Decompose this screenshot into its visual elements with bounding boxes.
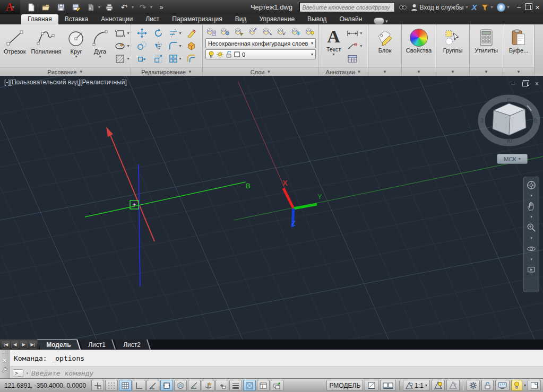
layer-unisolate-button[interactable] — [276, 27, 288, 37]
chevron-down-icon[interactable]: ▾ — [99, 55, 101, 58]
3d-object-snap-toggle[interactable] — [174, 380, 187, 391]
layer-isolate-button[interactable] — [262, 27, 274, 37]
compass-east[interactable]: В — [533, 118, 537, 124]
compass-north[interactable]: С — [507, 98, 511, 103]
utilities-button[interactable]: Утилиты — [473, 28, 499, 65]
exchange-apps-button[interactable]: X — [472, 3, 477, 12]
compass-south[interactable]: Ю — [507, 138, 512, 144]
chevron-down-icon[interactable]: ▾ — [530, 216, 532, 218]
chevron-down-icon[interactable]: ▾ — [466, 5, 468, 10]
chevron-down-icon[interactable]: ▾ — [530, 258, 532, 260]
panel-title-utilities[interactable]: ▼ — [470, 67, 503, 76]
object-snap-tracking-toggle[interactable] — [188, 380, 201, 391]
transparency-toggle[interactable] — [243, 380, 256, 391]
dimension-button[interactable] — [346, 28, 359, 39]
hatch-button[interactable] — [113, 53, 127, 65]
ribbon-minimize-button[interactable]: ▾ — [374, 18, 388, 24]
coordinates-readout[interactable]: 121.6891, -350.4000, 0.0000 — [2, 382, 90, 389]
rectangle-button[interactable] — [113, 28, 127, 39]
chevron-down-icon[interactable]: ▾ — [75, 55, 77, 58]
infer-constraints-toggle[interactable] — [91, 380, 104, 391]
tab-onlayn[interactable]: Онлайн — [333, 14, 368, 24]
chevron-down-icon[interactable]: ▾ — [132, 5, 134, 10]
viewport-close-button[interactable]: × — [535, 80, 539, 88]
command-input-placeholder[interactable]: Введите команду — [31, 369, 93, 377]
multileader-button[interactable] — [346, 40, 359, 52]
chevron-down-icon[interactable]: ▾ — [491, 5, 493, 10]
zoom-icon[interactable] — [527, 223, 536, 232]
ellipse-button[interactable] — [113, 40, 127, 52]
workspace-switching-button[interactable] — [467, 380, 480, 391]
tab-model[interactable]: Модель — [37, 339, 81, 350]
stretch-button[interactable] — [134, 54, 150, 64]
layer-properties-button[interactable] — [205, 27, 217, 37]
minimize-button[interactable]: – — [518, 4, 521, 11]
chevron-down-icon[interactable]: ▾ — [507, 5, 510, 10]
navigation-wheel-icon[interactable] — [527, 180, 536, 190]
layer-state-dropdown[interactable]: Несохраненная конфигурация слоев ▾ — [205, 38, 316, 48]
first-tab-button[interactable]: |◀ — [2, 341, 10, 349]
dynamic-ucs-toggle[interactable] — [202, 380, 214, 391]
snap-mode-toggle[interactable] — [105, 380, 118, 391]
print-button[interactable] — [104, 2, 115, 13]
line-button[interactable]: Отрезок — [2, 28, 27, 65]
copy-button[interactable] — [134, 41, 150, 51]
wcs-menu-button[interactable]: МСК ▾ — [497, 154, 528, 164]
chevron-down-icon[interactable]: ▾ — [530, 237, 532, 239]
chevron-down-icon[interactable]: ▾ — [26, 371, 29, 376]
layout-button[interactable] — [365, 380, 378, 391]
green-line-object[interactable] — [85, 182, 246, 217]
layer-off-button[interactable] — [304, 27, 316, 37]
tab-upravlenie[interactable]: Управление — [253, 14, 301, 24]
annotation-visibility-toggle[interactable] — [432, 380, 445, 391]
hardware-acceleration-button[interactable] — [495, 380, 510, 391]
compass-west[interactable]: З — [480, 118, 484, 124]
lock-ui-button[interactable] — [481, 380, 494, 391]
chevron-down-icon[interactable]: ▾ — [98, 5, 100, 10]
close-command-window-button[interactable]: × — [3, 358, 6, 363]
annotation-scale-button[interactable]: 1:1 ▾ — [403, 380, 430, 391]
panel-title-modify[interactable]: Редактирование▼ — [131, 67, 202, 76]
save-button[interactable] — [55, 2, 67, 13]
chevron-down-icon[interactable]: ▾ — [179, 31, 181, 36]
polar-tracking-toggle[interactable] — [146, 380, 159, 391]
tab-list1[interactable]: Лист1 — [79, 339, 116, 350]
viewport-minimize-button[interactable]: – — [511, 80, 515, 88]
chevron-down-icon[interactable]: ▾ — [530, 195, 532, 197]
close-button[interactable]: × — [535, 3, 540, 12]
scale-button[interactable] — [151, 54, 167, 64]
chevron-down-icon[interactable]: ▾ — [179, 43, 181, 48]
orbit-icon[interactable] — [527, 244, 536, 254]
panel-title-layers[interactable]: Слои▼ — [203, 67, 318, 76]
fillet-button[interactable]: ▾ — [167, 41, 183, 51]
chevron-down-icon[interactable]: ▾ — [127, 43, 130, 48]
erase-button[interactable] — [184, 28, 200, 38]
text-button[interactable]: A Текст ▾ — [325, 28, 343, 65]
offset-button[interactable] — [184, 54, 200, 64]
annotation-autoscale-toggle[interactable] — [446, 380, 460, 391]
tab-vyvod[interactable]: Вывод — [301, 14, 333, 24]
showmotion-icon[interactable] — [527, 265, 536, 275]
viewport-restore-button[interactable] — [522, 82, 528, 86]
save-as-button[interactable] — [70, 2, 82, 13]
layer-freeze-button[interactable] — [290, 27, 302, 37]
chevron-down-icon[interactable]: ▾ — [524, 383, 526, 388]
tab-vid[interactable]: Вид — [229, 14, 253, 24]
viewport-controls-label[interactable]: [-][Пользовательский вид][Реалистичный] — [4, 79, 127, 86]
previous-tab-button[interactable]: ◀ — [11, 341, 19, 349]
last-tab-button[interactable]: ▶| — [29, 341, 37, 349]
quick-properties-toggle[interactable] — [257, 380, 270, 391]
groups-button[interactable]: Группы — [442, 28, 464, 65]
tab-glavnaya[interactable]: Главная — [21, 14, 58, 24]
layer-previous-button[interactable] — [248, 27, 260, 37]
red-line-object[interactable] — [108, 129, 154, 241]
signin-button[interactable]: Вход в службы — [411, 4, 463, 11]
lineweight-toggle[interactable] — [229, 380, 242, 391]
undo-button[interactable]: ↶ — [118, 2, 130, 13]
help-button[interactable]: ? — [497, 3, 505, 12]
panel-title-properties[interactable]: ▼ — [402, 67, 436, 76]
customize-wrench-icon[interactable] — [1, 367, 8, 373]
panel-title-block[interactable]: ▼ — [368, 67, 401, 76]
application-status-bulb-button[interactable] — [511, 380, 522, 391]
layer-state-button[interactable] — [220, 27, 231, 37]
